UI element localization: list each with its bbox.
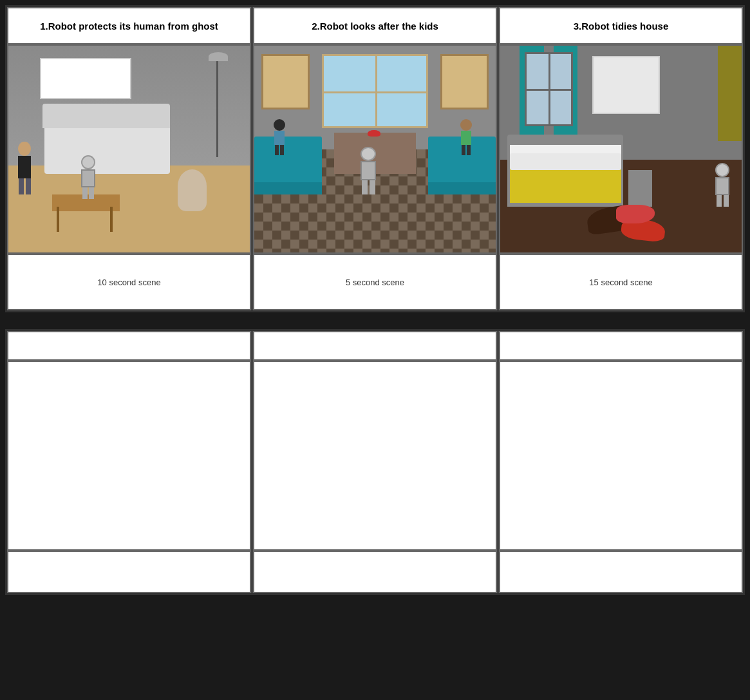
- bottom-image-cell-2[interactable]: [253, 361, 497, 551]
- robot-body-s3: [715, 177, 729, 195]
- robot-figure-scene2: [361, 147, 376, 194]
- scene3-pillow: [510, 153, 621, 170]
- kid-head-left: [274, 119, 285, 131]
- kid-head-right: [460, 119, 472, 131]
- scene1-table-leg-left: [57, 207, 59, 232]
- scene3-window-v: [548, 54, 550, 125]
- kid-leg-right-r: [467, 145, 471, 155]
- man-leg-left-s1: [19, 178, 24, 194]
- scene3-curtain-far-right: [718, 46, 742, 141]
- bottom-title-cell-1[interactable]: [7, 331, 251, 361]
- scene3-clothes-orange: [616, 205, 655, 223]
- kid-legs-right: [460, 145, 472, 155]
- scene1-lamp-pole: [216, 54, 218, 158]
- time-label-2: 5 second scene: [346, 278, 404, 287]
- bottom-title-row: [7, 331, 743, 361]
- time-label-1: 10 second scene: [97, 278, 160, 287]
- kid-body-right: [461, 131, 471, 145]
- robot-figure-scene1: [81, 155, 95, 199]
- title-cell-3: 3.Robot tidies house: [499, 7, 743, 44]
- scene-image-2: [253, 44, 497, 254]
- scene1-floor: [8, 166, 250, 252]
- robot-leg-left-s1: [82, 187, 88, 199]
- top-storyboard: 1.Robot protects its human from ghost 2.…: [5, 5, 745, 312]
- image-row: [7, 44, 743, 254]
- time-cell-3: 15 second scene: [499, 254, 743, 310]
- robot-figure-scene3: [715, 163, 729, 207]
- robot-body-s2: [361, 161, 376, 180]
- man-legs-s1: [18, 178, 31, 194]
- kid-leg-left-l: [275, 145, 279, 155]
- scene1-table-leg-right: [110, 207, 113, 232]
- robot-leg-left-s2: [362, 180, 368, 194]
- scene2-window: [322, 54, 428, 129]
- bottom-storyboard: [5, 329, 745, 595]
- robot-body-s1: [81, 169, 95, 187]
- kid-body-left: [274, 131, 285, 145]
- ghost-figure-scene1: [178, 169, 207, 211]
- kid-leg-right-l: [280, 145, 284, 155]
- bottom-image-cell-3[interactable]: [499, 361, 743, 551]
- bottom-image-row: [7, 361, 743, 551]
- scene2-bowl: [368, 130, 380, 137]
- time-label-3: 15 second scene: [589, 278, 652, 287]
- bottom-time-row: [7, 551, 743, 593]
- robot-legs-s1: [81, 187, 95, 199]
- scene2-window-divider-h: [324, 91, 426, 93]
- title-label-1: 1.Robot protects its human from ghost: [40, 21, 218, 32]
- scene3-nightstand: [628, 170, 653, 207]
- robot-leg-right-s1: [89, 187, 94, 199]
- scene2-picture-left: [261, 54, 310, 110]
- time-row: 10 second scene 5 second scene 15 second…: [7, 254, 743, 310]
- man-leg-right-s1: [26, 178, 31, 194]
- title-label-3: 3.Robot tidies house: [574, 21, 669, 32]
- scene2-picture-right: [440, 54, 489, 110]
- robot-leg-right-s2: [370, 180, 375, 194]
- title-label-2: 2.Robot looks after the kids: [312, 21, 438, 32]
- scene1-lamp-shade: [209, 52, 228, 61]
- bottom-title-cell-3[interactable]: [499, 331, 743, 361]
- robot-head-s1: [81, 155, 95, 169]
- man-figure-scene1: [18, 142, 31, 194]
- robot-head-s2: [361, 147, 376, 161]
- kid-legs-left: [274, 145, 285, 155]
- time-cell-1: 10 second scene: [7, 254, 251, 310]
- title-cell-2: 2.Robot looks after the kids: [253, 7, 497, 44]
- scene2-bench-left-base: [254, 182, 322, 194]
- kid-leg-left-r: [462, 145, 465, 155]
- kid-figure-right: [460, 119, 472, 155]
- robot-head-s3: [715, 163, 729, 177]
- robot-leg-right-s3: [724, 195, 729, 207]
- bottom-image-cell-1[interactable]: [7, 361, 251, 551]
- robot-leg-left-s3: [717, 195, 722, 207]
- scene1-tv: [40, 58, 132, 99]
- scene2-bench-right-base: [428, 182, 496, 194]
- scene1-couch-back: [42, 104, 171, 129]
- scene-image-3: [499, 44, 743, 254]
- bottom-time-cell-3[interactable]: [499, 551, 743, 593]
- title-row: 1.Robot protects its human from ghost 2.…: [7, 7, 743, 44]
- scene3-board: [592, 56, 660, 114]
- scene1-couch: [44, 120, 170, 174]
- ghost-body-s1: [178, 169, 207, 211]
- bottom-time-cell-1[interactable]: [7, 551, 251, 593]
- time-cell-2: 5 second scene: [253, 254, 497, 310]
- bottom-time-cell-2[interactable]: [253, 551, 497, 593]
- robot-legs-s3: [715, 195, 729, 207]
- man-body-s1: [18, 156, 31, 178]
- storyboard-gap: [5, 312, 745, 321]
- storyboard-container: 1.Robot protects its human from ghost 2.…: [0, 0, 750, 600]
- title-cell-1: 1.Robot protects its human from ghost: [7, 7, 251, 44]
- kid-figure-left: [274, 119, 285, 155]
- scene3-window: [525, 52, 573, 127]
- robot-legs-s2: [361, 180, 376, 194]
- man-head-s1: [18, 142, 31, 156]
- scene-image-1: [7, 44, 251, 254]
- bottom-title-cell-2[interactable]: [253, 331, 497, 361]
